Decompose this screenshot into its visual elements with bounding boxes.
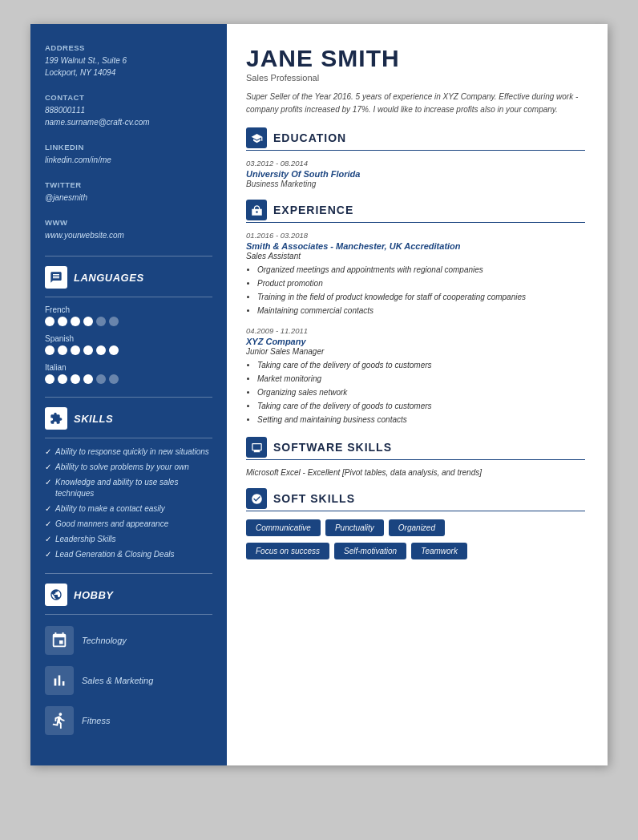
dot (58, 345, 67, 355)
checkmark-icon: ✓ (45, 535, 51, 543)
experience-section: EXPERIENCE 01.2016 - 03.2018 Smith & Ass… (246, 200, 585, 426)
bullet-item: Organized meetings and appointments with… (257, 265, 585, 276)
spanish-label: Spanish (45, 334, 212, 343)
experience-icon-box (246, 200, 267, 220)
dot (96, 345, 106, 355)
dot (71, 374, 80, 384)
soft-skill-organized: Organized (389, 519, 445, 536)
candidate-title: Sales Professional (246, 73, 585, 83)
french-lang: French (45, 305, 212, 326)
skills-title: SKILLS (74, 413, 113, 425)
address-section: ADDRESS 199 Walnut St., Suite 6Lockport,… (45, 43, 212, 79)
soft-skills-icon-box (246, 488, 267, 509)
exp1-role: Sales Assistant (246, 252, 585, 260)
address-label: ADDRESS (45, 43, 212, 52)
bar-chart-icon (50, 672, 68, 689)
fitness-icon-box (45, 706, 74, 735)
soft-skill-selfmotivation: Self-motivation (334, 543, 406, 559)
spanish-dots (45, 345, 212, 355)
bullet-item: Taking care of the delivery of goods to … (257, 360, 585, 371)
bullet-item: Maintaining commercial contacts (257, 305, 585, 317)
exp2-org: XYZ Company (246, 337, 585, 346)
bullet-item: Product promotion (257, 278, 585, 289)
skills-header: SKILLS (45, 407, 212, 430)
spanish-lang: Spanish (45, 334, 212, 355)
checkmark-circle-icon (251, 493, 263, 505)
hobby-fitness: Fitness (45, 706, 212, 735)
dot (83, 374, 93, 384)
contact-label: CONTACT (45, 93, 212, 102)
dot-empty (109, 317, 119, 326)
languages-icon-box (45, 266, 67, 289)
sales-icon-box (45, 666, 74, 695)
skills-icon-box (45, 407, 67, 430)
hobby-icon-box (45, 584, 67, 606)
twitter-value: @janesmith (45, 192, 212, 204)
dot (71, 345, 80, 355)
software-rule (246, 459, 585, 460)
fitness-label: Fitness (82, 716, 110, 725)
linkedin-label: LINKEDIN (45, 143, 212, 151)
skill-item: ✓ Leadership Skills (45, 534, 212, 545)
skills-list: ✓ Ability to response quickly in new sit… (45, 446, 212, 560)
skill-text: Good manners and appearance (55, 519, 168, 530)
soft-skills-header: SOFT SKILLS (246, 488, 585, 509)
exp2-bullets: Taking care of the delivery of goods to … (246, 360, 585, 426)
software-title: SOFTWARE SKILLS (273, 441, 392, 454)
education-date: 03.2012 - 08.2014 (246, 159, 585, 168)
dot (83, 345, 93, 355)
dot-empty (96, 317, 106, 326)
checkmark-icon: ✓ (45, 478, 51, 487)
dot (45, 345, 55, 355)
soft-skills-section: SOFT SKILLS Communicative Punctuality Or… (246, 488, 585, 559)
education-rule (246, 150, 585, 151)
languages-divider (45, 297, 212, 297)
bullet-item: Taking care of the delivery of goods to … (257, 401, 585, 412)
soft-skill-punctuality: Punctuality (325, 519, 384, 536)
exp1-org: Smith & Associates - Manchester, UK Accr… (246, 241, 585, 251)
education-degree: Business Marketing (246, 180, 585, 188)
checkmark-icon: ✓ (45, 519, 51, 528)
monitor-icon (251, 442, 263, 454)
skill-text: Lead Generation & Closing Deals (55, 549, 174, 560)
languages-header: LANGUAGES (45, 266, 212, 289)
bullet-item: Market monitoring (257, 374, 585, 385)
soft-skills-rule (246, 511, 585, 511)
fitness-icon (50, 712, 68, 729)
hobby-technology: Technology (45, 626, 212, 655)
globe-icon (50, 588, 63, 601)
graduation-icon (251, 132, 263, 144)
contact-value: 888000111name.surname@craft-cv.com (45, 104, 212, 128)
skill-text: Knowledge and ability to use sales techn… (55, 477, 212, 499)
dot (109, 345, 119, 355)
bullet-item: Training in the field of product knowled… (257, 292, 585, 303)
italian-label: Italian (45, 363, 212, 372)
technology-icon (50, 632, 68, 649)
address-value: 199 Walnut St., Suite 6Lockport, NY 1409… (45, 55, 212, 79)
dot (83, 317, 93, 326)
software-section: SOFTWARE SKILLS Microsoft Excel - Excell… (246, 437, 585, 477)
main-content: JANE SMITH Sales Professional Super Sell… (227, 24, 608, 765)
exp2-role: Junior Sales Manager (246, 347, 585, 356)
education-org: University Of South Florida (246, 169, 585, 179)
checkmark-icon: ✓ (45, 447, 51, 456)
twitter-section: TWITTER @janesmith (45, 180, 212, 204)
hobby-title: HOBBY (74, 589, 113, 601)
experience-title: EXPERIENCE (273, 204, 353, 216)
checkmark-icon: ✓ (45, 504, 51, 513)
soft-skill-focus: Focus on success (246, 543, 329, 559)
dot (58, 317, 67, 326)
candidate-summary: Super Seller of the Year 2016. 5 years o… (246, 91, 585, 116)
software-icon-box (246, 437, 267, 458)
chat-icon (50, 271, 63, 284)
skill-item: ✓ Knowledge and ability to use sales tec… (45, 477, 212, 499)
french-dots (45, 317, 212, 326)
education-section: EDUCATION 03.2012 - 08.2014 University O… (246, 127, 585, 188)
skill-item: ✓ Lead Generation & Closing Deals (45, 549, 212, 560)
skills-divider (45, 438, 212, 438)
puzzle-icon (50, 412, 63, 425)
dot (71, 317, 80, 326)
bullet-item: Setting and maintaining business contact… (257, 414, 585, 426)
skill-text: Ability to make a contact easily (55, 503, 165, 515)
dot (45, 374, 55, 384)
